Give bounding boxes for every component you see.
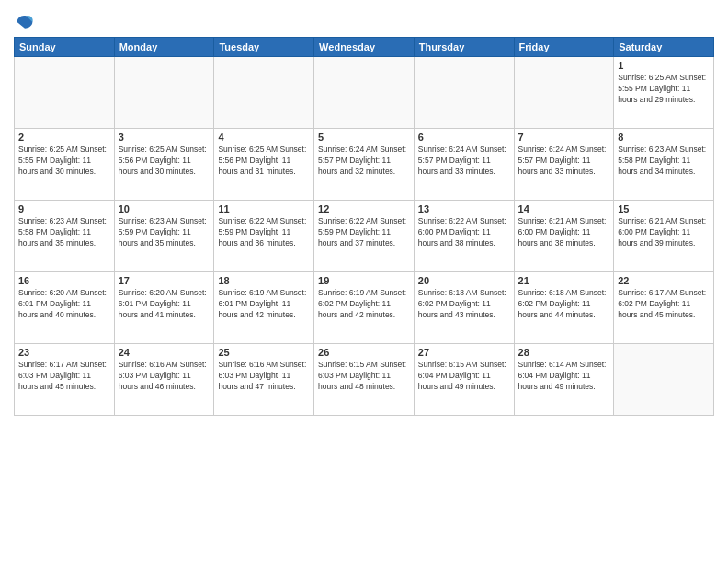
day-cell: 4Sunrise: 6:25 AM Sunset: 5:56 PM Daylig… — [214, 129, 314, 201]
day-info: Sunrise: 6:19 AM Sunset: 6:01 PM Dayligh… — [218, 288, 310, 321]
day-number: 14 — [518, 203, 610, 214]
day-cell: 2Sunrise: 6:25 AM Sunset: 5:55 PM Daylig… — [15, 129, 115, 201]
day-number: 18 — [218, 275, 310, 286]
day-cell: 7Sunrise: 6:24 AM Sunset: 5:57 PM Daylig… — [514, 129, 614, 201]
day-number: 21 — [518, 275, 610, 286]
day-info: Sunrise: 6:20 AM Sunset: 6:01 PM Dayligh… — [119, 288, 210, 321]
day-info: Sunrise: 6:23 AM Sunset: 5:58 PM Dayligh… — [618, 144, 710, 178]
day-info: Sunrise: 6:21 AM Sunset: 6:00 PM Dayligh… — [518, 216, 610, 249]
day-info: Sunrise: 6:25 AM Sunset: 5:56 PM Dayligh… — [119, 144, 210, 178]
day-cell: 16Sunrise: 6:20 AM Sunset: 6:01 PM Dayli… — [15, 272, 115, 344]
week-row-2: 2Sunrise: 6:25 AM Sunset: 5:55 PM Daylig… — [15, 129, 714, 201]
day-cell: 11Sunrise: 6:22 AM Sunset: 5:59 PM Dayli… — [214, 201, 314, 272]
day-number: 15 — [618, 203, 710, 214]
day-cell: 22Sunrise: 6:17 AM Sunset: 6:02 PM Dayli… — [614, 272, 714, 344]
day-info: Sunrise: 6:18 AM Sunset: 6:02 PM Dayligh… — [418, 288, 510, 321]
day-number: 12 — [318, 203, 410, 214]
day-cell: 21Sunrise: 6:18 AM Sunset: 6:02 PM Dayli… — [514, 272, 614, 344]
day-info: Sunrise: 6:25 AM Sunset: 5:56 PM Dayligh… — [218, 144, 310, 178]
day-cell: 6Sunrise: 6:24 AM Sunset: 5:57 PM Daylig… — [414, 129, 514, 201]
day-cell: 8Sunrise: 6:23 AM Sunset: 5:58 PM Daylig… — [614, 129, 714, 201]
day-cell: 1Sunrise: 6:25 AM Sunset: 5:55 PM Daylig… — [614, 57, 714, 129]
day-cell: 5Sunrise: 6:24 AM Sunset: 5:57 PM Daylig… — [314, 129, 415, 201]
day-info: Sunrise: 6:18 AM Sunset: 6:02 PM Dayligh… — [518, 288, 610, 321]
day-info: Sunrise: 6:24 AM Sunset: 5:57 PM Dayligh… — [418, 144, 510, 178]
day-info: Sunrise: 6:22 AM Sunset: 6:00 PM Dayligh… — [418, 216, 510, 249]
day-cell: 28Sunrise: 6:14 AM Sunset: 6:04 PM Dayli… — [514, 344, 614, 416]
day-number: 24 — [119, 347, 210, 358]
day-cell — [314, 57, 415, 129]
day-info: Sunrise: 6:23 AM Sunset: 5:59 PM Dayligh… — [119, 216, 210, 249]
weekday-wednesday: Wednesday — [314, 38, 415, 57]
day-number: 13 — [418, 203, 510, 214]
day-cell: 20Sunrise: 6:18 AM Sunset: 6:02 PM Dayli… — [414, 272, 514, 344]
week-row-4: 16Sunrise: 6:20 AM Sunset: 6:01 PM Dayli… — [15, 272, 714, 344]
day-info: Sunrise: 6:21 AM Sunset: 6:00 PM Dayligh… — [618, 216, 710, 249]
day-number: 1 — [618, 60, 710, 71]
week-row-5: 23Sunrise: 6:17 AM Sunset: 6:03 PM Dayli… — [15, 344, 714, 416]
day-info: Sunrise: 6:22 AM Sunset: 5:59 PM Dayligh… — [318, 216, 410, 249]
weekday-header-row: SundayMondayTuesdayWednesdayThursdayFrid… — [15, 38, 714, 57]
day-number: 5 — [318, 132, 410, 143]
day-number: 19 — [318, 275, 410, 286]
day-info: Sunrise: 6:17 AM Sunset: 6:03 PM Dayligh… — [18, 360, 110, 393]
day-cell: 23Sunrise: 6:17 AM Sunset: 6:03 PM Dayli… — [15, 344, 115, 416]
day-info: Sunrise: 6:16 AM Sunset: 6:03 PM Dayligh… — [119, 360, 210, 393]
day-info: Sunrise: 6:19 AM Sunset: 6:02 PM Dayligh… — [318, 288, 410, 321]
logo-icon — [16, 13, 34, 31]
day-number: 22 — [618, 275, 710, 286]
day-cell: 25Sunrise: 6:16 AM Sunset: 6:03 PM Dayli… — [214, 344, 314, 416]
day-number: 25 — [218, 347, 310, 358]
week-row-3: 9Sunrise: 6:23 AM Sunset: 5:58 PM Daylig… — [15, 201, 714, 272]
day-number: 20 — [418, 275, 510, 286]
day-number: 27 — [418, 347, 510, 358]
calendar-table: SundayMondayTuesdayWednesdayThursdayFrid… — [14, 37, 714, 416]
page: SundayMondayTuesdayWednesdayThursdayFrid… — [0, 0, 728, 563]
day-cell: 18Sunrise: 6:19 AM Sunset: 6:01 PM Dayli… — [214, 272, 314, 344]
day-number: 4 — [218, 132, 310, 143]
day-cell — [114, 57, 214, 129]
weekday-tuesday: Tuesday — [214, 38, 314, 57]
day-info: Sunrise: 6:22 AM Sunset: 5:59 PM Dayligh… — [218, 216, 310, 249]
day-info: Sunrise: 6:14 AM Sunset: 6:04 PM Dayligh… — [518, 360, 610, 393]
day-number: 9 — [18, 203, 110, 214]
day-info: Sunrise: 6:24 AM Sunset: 5:57 PM Dayligh… — [318, 144, 410, 178]
day-number: 8 — [618, 132, 710, 143]
day-cell — [214, 57, 314, 129]
day-number: 2 — [18, 132, 110, 143]
day-cell: 9Sunrise: 6:23 AM Sunset: 5:58 PM Daylig… — [15, 201, 115, 272]
day-info: Sunrise: 6:25 AM Sunset: 5:55 PM Dayligh… — [18, 144, 110, 178]
day-number: 16 — [18, 275, 110, 286]
logo — [14, 13, 34, 31]
day-cell: 17Sunrise: 6:20 AM Sunset: 6:01 PM Dayli… — [114, 272, 214, 344]
day-info: Sunrise: 6:15 AM Sunset: 6:04 PM Dayligh… — [418, 360, 510, 393]
day-cell: 3Sunrise: 6:25 AM Sunset: 5:56 PM Daylig… — [114, 129, 214, 201]
day-number: 26 — [318, 347, 410, 358]
day-number: 17 — [119, 275, 210, 286]
weekday-sunday: Sunday — [15, 38, 115, 57]
day-cell: 26Sunrise: 6:15 AM Sunset: 6:03 PM Dayli… — [314, 344, 415, 416]
weekday-friday: Friday — [514, 38, 614, 57]
day-info: Sunrise: 6:23 AM Sunset: 5:58 PM Dayligh… — [18, 216, 110, 249]
day-cell: 24Sunrise: 6:16 AM Sunset: 6:03 PM Dayli… — [114, 344, 214, 416]
day-cell: 27Sunrise: 6:15 AM Sunset: 6:04 PM Dayli… — [414, 344, 514, 416]
header — [14, 9, 714, 31]
weekday-monday: Monday — [114, 38, 214, 57]
day-number: 28 — [518, 347, 610, 358]
day-number: 11 — [218, 203, 310, 214]
day-info: Sunrise: 6:20 AM Sunset: 6:01 PM Dayligh… — [18, 288, 110, 321]
day-cell: 10Sunrise: 6:23 AM Sunset: 5:59 PM Dayli… — [114, 201, 214, 272]
day-info: Sunrise: 6:25 AM Sunset: 5:55 PM Dayligh… — [618, 73, 710, 106]
week-row-1: 1Sunrise: 6:25 AM Sunset: 5:55 PM Daylig… — [15, 57, 714, 129]
day-number: 7 — [518, 132, 610, 143]
weekday-thursday: Thursday — [414, 38, 514, 57]
day-cell — [514, 57, 614, 129]
day-cell: 19Sunrise: 6:19 AM Sunset: 6:02 PM Dayli… — [314, 272, 415, 344]
weekday-saturday: Saturday — [614, 38, 714, 57]
day-number: 3 — [119, 132, 210, 143]
day-number: 23 — [18, 347, 110, 358]
day-info: Sunrise: 6:24 AM Sunset: 5:57 PM Dayligh… — [518, 144, 610, 178]
day-number: 10 — [119, 203, 210, 214]
day-cell — [15, 57, 115, 129]
day-info: Sunrise: 6:16 AM Sunset: 6:03 PM Dayligh… — [218, 360, 310, 393]
